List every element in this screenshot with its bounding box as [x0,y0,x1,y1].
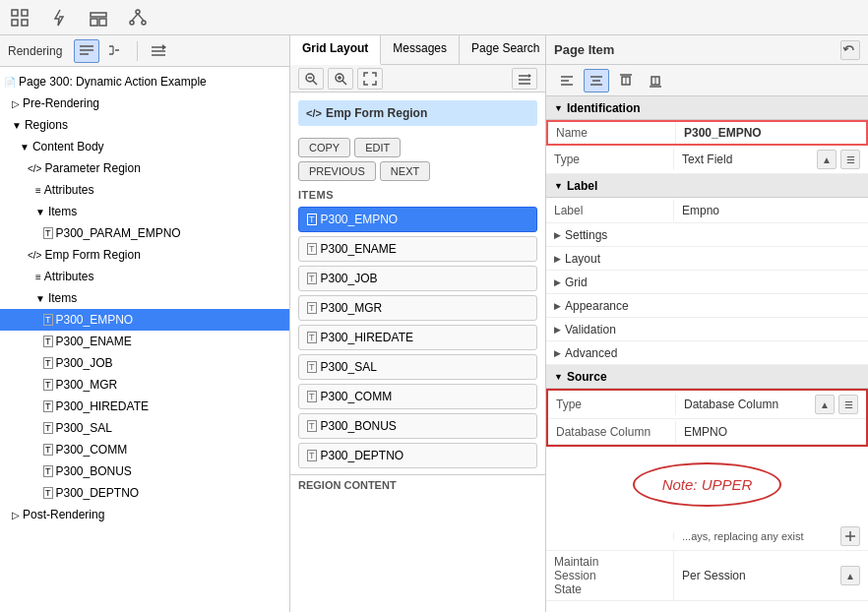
item-icon-param-empno: T [43,227,53,239]
item-icon-job: T [43,357,53,369]
svg-rect-6 [99,19,106,26]
align-center-btn[interactable] [584,69,609,92]
tree-item-param-attributes[interactable]: ≡ Attributes [0,179,289,201]
source-type-list-btn[interactable]: ☰ [838,395,858,414]
section-identification-header[interactable]: ▼ Identification [546,96,868,120]
tree-view-btn[interactable] [103,39,129,63]
section-source-header[interactable]: ▼ Source [546,365,868,389]
tree-item-bonus[interactable]: T P300_BONUS [0,460,289,482]
tree-label-job: P300_JOB [56,356,113,370]
nav-buttons: PREVIOUS NEXT [290,161,545,185]
svg-line-11 [138,14,144,21]
zoom-out-btn[interactable] [298,68,324,90]
maintain-select-wrapper: Per Session ▲ [682,566,860,585]
tree-item-job[interactable]: T P300_JOB [0,352,289,374]
source-extra-value: ...ays, replacing any exist [674,522,868,550]
section-label-header[interactable]: ▼ Label [546,174,868,198]
maintain-up-btn[interactable]: ▲ [840,566,860,585]
tree-item-ename[interactable]: T P300_ENAME [0,331,289,352]
list-options-btn[interactable] [146,39,171,63]
section-validation[interactable]: ▶ Validation [546,318,868,341]
item-card-hiredate[interactable]: T P300_HIREDATE [298,325,537,350]
tree-item-emp-items[interactable]: ▼ Items [0,287,289,309]
name-input[interactable] [684,126,858,140]
tree-label-comm: P300_COMM [56,443,128,457]
align-top-btn[interactable] [613,69,639,92]
section-settings[interactable]: ▶ Settings [546,223,868,247]
source-extra-btn[interactable] [840,526,860,546]
fullscreen-btn[interactable] [357,68,383,90]
item-card-deptno[interactable]: T P300_DEPTNO [298,443,537,468]
tree-item-emp-attributes[interactable]: ≡ Attributes [0,266,289,287]
settings-triangle: ▶ [554,230,561,240]
source-type-up-btn[interactable]: ▲ [815,395,835,414]
tree-item-post-rendering[interactable]: ▷ Post-Rendering [0,504,289,525]
lightning-icon[interactable] [47,6,71,30]
tab-messages[interactable]: Messages [381,35,460,64]
item-icon-mgr: T [43,379,53,391]
tree-item-comm[interactable]: T P300_COMM [0,439,289,460]
action-buttons: COPY EDIT [290,134,545,161]
label-value-text: Empno [682,204,719,217]
svg-marker-22 [162,44,166,50]
list-view-btn[interactable] [74,39,99,63]
tree-item-param-empno[interactable]: T P300_PARAM_EMPNO [0,222,289,244]
tree-item-regions[interactable]: ▼ Regions [0,114,289,136]
section-grid[interactable]: ▶ Grid [546,271,868,294]
section-layout[interactable]: ▶ Layout [546,247,868,271]
align-left-btn[interactable] [554,69,580,92]
item-label-ename: P300_ENAME [321,242,397,256]
rendering-label: Rendering [8,44,62,58]
tab-grid-layout[interactable]: Grid Layout [290,35,381,65]
tree-item-content-body[interactable]: ▼ Content Body [0,136,289,157]
tab-page-search[interactable]: Page Search [460,35,546,64]
tree-label-param-region: Parameter Region [44,161,140,175]
item-card-comm[interactable]: T P300_COMM [298,384,537,409]
item-card-ename[interactable]: T P300_ENAME [298,236,537,262]
tree-item-page300[interactable]: 📄 Page 300: Dynamic Action Example [0,71,289,92]
tree-item-deptno[interactable]: T P300_DEPTNO [0,482,289,504]
tree-item-pre-rendering[interactable]: ▷ Pre-Rendering [0,92,289,114]
tree-item-param-region[interactable]: </> Parameter Region [0,157,289,179]
tree-label-deptno: P300_DEPTNO [56,486,140,500]
grid-icon[interactable] [8,6,31,30]
tree-item-empno[interactable]: T P300_EMPNO [0,309,289,331]
item-card-job[interactable]: T P300_JOB [298,266,537,291]
emp-form-region-card[interactable]: </> Emp Form Region [298,100,537,126]
tree-label-hiredate: P300_HIREDATE [56,399,149,413]
section-appearance[interactable]: ▶ Appearance [546,294,868,318]
align-bottom-btn[interactable] [643,69,668,92]
source-extra-label [546,532,674,540]
item-icon-bonus: T [43,465,53,477]
type-list-btn[interactable]: ☰ [840,150,860,169]
tree-item-sal[interactable]: T P300_SAL [0,417,289,439]
type-up-btn[interactable]: ▲ [817,150,837,169]
svg-line-29 [342,81,346,85]
tree-icon[interactable] [126,6,150,30]
item-card-bonus[interactable]: T P300_BONUS [298,413,537,439]
attributes2-icon: ≡ [35,272,41,282]
tree-item-hiredate[interactable]: T P300_HIREDATE [0,396,289,417]
zoom-in-btn[interactable] [328,68,353,90]
middle-options-btn[interactable] [512,68,537,90]
source-section-box: Type Database Column ▲ ☰ Database Column… [546,389,868,447]
tree-item-mgr[interactable]: T P300_MGR [0,374,289,396]
item-card-sal[interactable]: T P300_SAL [298,354,537,380]
edit-btn[interactable]: EDIT [354,138,401,157]
previous-btn[interactable]: PREVIOUS [298,161,376,181]
undo-btn[interactable] [840,40,860,60]
section-advanced[interactable]: ▶ Advanced [546,341,868,365]
component-icon[interactable] [87,6,110,30]
copy-btn[interactable]: COPY [298,138,350,157]
source-db-col-row: Database Column EMPNO [548,419,866,445]
maintain-value: Per Session ▲ [674,562,868,589]
advanced-label: Advanced [565,346,617,360]
folder-open-2-icon: ▼ [20,142,30,153]
type-prop-value: Text Field ▲ ☰ [674,146,868,173]
item-card-mgr[interactable]: T P300_MGR [298,295,537,321]
item-icon-sal: T [43,422,53,434]
item-card-empno[interactable]: T P300_EMPNO [298,207,537,232]
tree-item-emp-form-region[interactable]: </> Emp Form Region [0,244,289,266]
next-btn[interactable]: NEXT [380,161,430,181]
tree-item-param-items[interactable]: ▼ Items [0,201,289,222]
